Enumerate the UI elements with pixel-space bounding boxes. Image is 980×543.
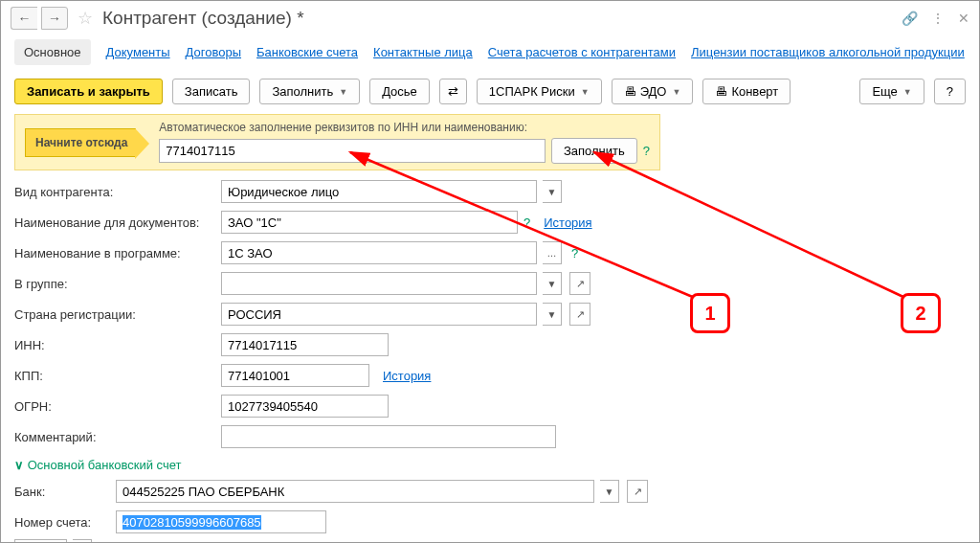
refresh-icon-button[interactable]: ⇄: [439, 79, 467, 104]
bank-section-header[interactable]: Основной банковский счет: [14, 458, 966, 472]
type-dropdown-icon[interactable]: ▼: [543, 180, 562, 203]
group-open-icon[interactable]: ↗: [569, 272, 590, 295]
tab-alcohol-licenses[interactable]: Лицензии поставщиков алкогольной продукц…: [691, 45, 965, 59]
autofill-help-link[interactable]: ?: [643, 144, 650, 158]
start-here-arrow: Начните отсюда: [25, 128, 136, 157]
field-country[interactable]: [221, 303, 537, 326]
save-button[interactable]: Записать: [172, 79, 251, 104]
page-title: Контрагент (создание) *: [102, 8, 304, 29]
progname-help[interactable]: ?: [571, 246, 578, 260]
start-here-banner: Начните отсюда Автоматическое заполнение…: [14, 114, 660, 170]
label-docname: Наименование для документов:: [14, 215, 215, 230]
autofill-inn-input[interactable]: [159, 139, 546, 163]
tab-main[interactable]: Основное: [14, 39, 91, 65]
field-bank[interactable]: [116, 480, 594, 503]
toolbar: Записать и закрыть Записать Заполнить▼ Д…: [1, 73, 979, 114]
envelope-button[interactable]: 🖶Конверт: [702, 79, 791, 104]
link-icon[interactable]: 🔗: [902, 11, 918, 26]
tab-documents[interactable]: Документы: [106, 45, 170, 59]
close-icon[interactable]: ✕: [958, 11, 969, 26]
nav-forward-button[interactable]: →: [41, 7, 68, 30]
label-progname: Наименование в программе:: [14, 246, 215, 260]
fill-label: Заполнить: [272, 84, 333, 99]
tab-bank-accounts[interactable]: Банковские счета: [256, 45, 358, 59]
tab-contacts[interactable]: Контактные лица: [373, 45, 473, 59]
bank-open-icon[interactable]: ↗: [627, 480, 648, 503]
fill-dropdown-button[interactable]: Заполнить▼: [259, 79, 360, 104]
label-ogrn: ОГРН:: [14, 399, 215, 414]
spark-label: 1СПАРК Риски: [489, 84, 575, 99]
kebab-menu-icon[interactable]: ⋮: [931, 11, 945, 26]
field-kpp[interactable]: [221, 364, 369, 387]
label-account: Номер счета:: [14, 515, 110, 530]
field-account[interactable]: 40702810599996607685: [116, 510, 326, 533]
country-dropdown-icon[interactable]: ▼: [543, 303, 562, 326]
label-comment: Комментарий:: [14, 430, 215, 444]
autofill-fill-button[interactable]: Заполнить: [551, 138, 637, 164]
field-comment[interactable]: [221, 425, 556, 448]
tab-contracts[interactable]: Договоры: [186, 45, 241, 59]
printer-icon: 🖶: [624, 84, 636, 99]
form-body: Вид контрагента: ▼ Наименование для доку…: [1, 180, 979, 543]
group-dropdown-icon[interactable]: ▼: [543, 272, 562, 295]
tab-settlement-accounts[interactable]: Счета расчетов с контрагентами: [488, 45, 676, 59]
chevron-down-icon: ▼: [581, 87, 590, 97]
nav-back-button[interactable]: ←: [11, 7, 37, 30]
chevron-down-icon: ▼: [903, 87, 912, 97]
country-open-icon[interactable]: ↗: [569, 303, 590, 326]
label-country: Страна регистрации:: [14, 307, 215, 322]
field-progname[interactable]: [221, 241, 537, 264]
chevron-down-icon: ▼: [339, 87, 347, 97]
docname-help[interactable]: ?: [523, 215, 530, 230]
label-type: Вид контрагента:: [14, 185, 215, 199]
edo-button[interactable]: 🖶ЭДО▼: [612, 79, 694, 104]
save-and-close-button[interactable]: Записать и закрыть: [14, 79, 163, 104]
label-kpp: КПП:: [14, 369, 215, 383]
more-button[interactable]: Еще▼: [859, 79, 924, 104]
label-bank: Банк:: [14, 485, 110, 499]
spark-risks-button[interactable]: 1СПАРК Риски▼: [477, 79, 602, 104]
field-inn[interactable]: [221, 333, 389, 356]
envelope-label: Конверт: [731, 84, 778, 99]
edo-label: ЭДО: [640, 84, 667, 99]
more-label: Еще: [872, 84, 897, 99]
favorite-star-icon[interactable]: ☆: [78, 8, 93, 29]
dossier-button[interactable]: Досье: [369, 79, 430, 104]
label-group: В группе:: [14, 277, 215, 291]
autofill-label: Автоматическое заполнение реквизитов по …: [159, 121, 650, 134]
field-currency[interactable]: [14, 539, 67, 543]
label-inn: ИНН:: [14, 338, 215, 352]
printer-icon: 🖶: [715, 84, 727, 99]
currency-dropdown-icon[interactable]: ▼: [73, 539, 92, 543]
account-value: 40702810599996607685: [122, 515, 261, 530]
field-ogrn[interactable]: [221, 395, 389, 418]
bank-dropdown-icon[interactable]: ▼: [600, 480, 619, 503]
docname-history-link[interactable]: История: [544, 215, 591, 230]
field-docname[interactable]: [221, 211, 518, 234]
kpp-history-link[interactable]: История: [383, 369, 431, 383]
tab-bar: Основное Документы Договоры Банковские с…: [1, 35, 979, 73]
help-button[interactable]: ?: [934, 79, 966, 104]
chevron-down-icon: ▼: [672, 87, 680, 97]
field-group[interactable]: [221, 272, 537, 295]
progname-ellipsis-icon[interactable]: …: [543, 241, 562, 264]
field-type[interactable]: [221, 180, 537, 203]
